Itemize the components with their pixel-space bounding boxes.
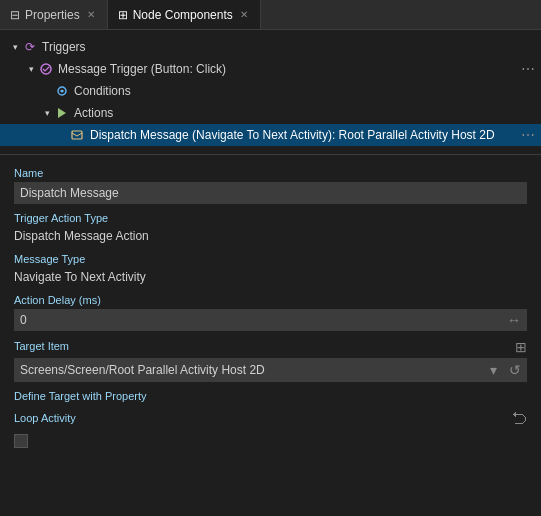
svg-rect-3 xyxy=(72,131,82,139)
message-trigger-icon xyxy=(38,61,54,77)
loop-activity-checkbox[interactable] xyxy=(14,434,28,448)
tab-bar: ⊟ Properties ✕ ⊞ Node Components ✕ xyxy=(0,0,541,30)
prop-action-delay-input[interactable] xyxy=(14,309,501,331)
divider xyxy=(0,154,541,155)
prop-message-type-group: Message Type Navigate To Next Activity xyxy=(14,253,527,286)
triggers-icon: ⟳ xyxy=(22,39,38,55)
node-components-tab-icon: ⊞ xyxy=(118,8,128,22)
action-delay-reset-icon[interactable]: ↔ xyxy=(501,312,527,328)
prop-loop-activity-label: Loop Activity xyxy=(14,412,76,424)
message-trigger-chevron: ▾ xyxy=(24,62,38,76)
message-trigger-label: Message Trigger (Button: Click) xyxy=(58,62,521,76)
prop-name-input[interactable] xyxy=(14,182,527,204)
target-item-value: Screens/Screen/Root Parallel Activity Ho… xyxy=(14,359,484,381)
tab-node-components[interactable]: ⊞ Node Components ✕ xyxy=(108,0,261,29)
conditions-icon xyxy=(54,83,70,99)
prop-message-type-value: Navigate To Next Activity xyxy=(14,268,527,286)
loop-activity-checkbox-row: Activity Loop xyxy=(14,434,527,448)
prop-target-item-label: Target Item xyxy=(14,340,69,352)
prop-define-target-label: Define Target with Property xyxy=(14,390,527,402)
tree-section: ▾ ⟳ Triggers ▾ Message Trigger (Button: … xyxy=(0,30,541,152)
prop-name-label: Name xyxy=(14,167,527,179)
dispatch-menu[interactable]: ⋯ xyxy=(521,127,535,143)
properties-tab-icon: ⊟ xyxy=(10,8,20,22)
prop-target-item-group: Target Item ⊞ Screens/Screen/Root Parall… xyxy=(14,339,527,382)
conditions-chevron: ▸ xyxy=(40,84,54,98)
prop-trigger-action-type-value: Dispatch Message Action xyxy=(14,227,527,245)
conditions-label: Conditions xyxy=(74,84,541,98)
actions-chevron: ▾ xyxy=(40,106,54,120)
actions-label: Actions xyxy=(74,106,541,120)
dispatch-icon xyxy=(70,127,86,143)
prop-name-group: Name xyxy=(14,167,527,204)
node-components-tab-close[interactable]: ✕ xyxy=(238,8,250,21)
prop-trigger-action-type-group: Trigger Action Type Dispatch Message Act… xyxy=(14,212,527,245)
message-trigger-row[interactable]: ▾ Message Trigger (Button: Click) ⋯ xyxy=(0,58,541,80)
dispatch-message-row[interactable]: ▸ Dispatch Message (Navigate To Next Act… xyxy=(0,124,541,146)
prop-action-delay-group: Action Delay (ms) ↔ xyxy=(14,294,527,331)
properties-tab-label: Properties xyxy=(25,8,80,22)
prop-loop-activity-group: Loop Activity ⮌ Activity Loop xyxy=(14,410,527,448)
tab-properties[interactable]: ⊟ Properties ✕ xyxy=(0,0,108,29)
main-content: ▾ ⟳ Triggers ▾ Message Trigger (Button: … xyxy=(0,30,541,516)
svg-marker-2 xyxy=(58,108,66,118)
dispatch-label: Dispatch Message (Navigate To Next Activ… xyxy=(90,128,521,142)
prop-action-delay-label: Action Delay (ms) xyxy=(14,294,527,306)
prop-trigger-action-type-label: Trigger Action Type xyxy=(14,212,527,224)
actions-icon xyxy=(54,105,70,121)
prop-message-type-label: Message Type xyxy=(14,253,527,265)
prop-action-delay-row: ↔ xyxy=(14,309,527,331)
triggers-row[interactable]: ▾ ⟳ Triggers xyxy=(0,36,541,58)
triggers-chevron: ▾ xyxy=(8,40,22,54)
loop-activity-icon[interactable]: ⮌ xyxy=(511,410,527,428)
svg-point-0 xyxy=(41,64,51,74)
target-item-row: Screens/Screen/Root Parallel Activity Ho… xyxy=(14,358,527,382)
actions-row[interactable]: ▾ Actions xyxy=(0,102,541,124)
properties-panel: Name Trigger Action Type Dispatch Messag… xyxy=(0,157,541,516)
dispatch-chevron: ▸ xyxy=(56,128,70,142)
target-item-grid-icon[interactable]: ⊞ xyxy=(515,339,527,355)
target-refresh-icon[interactable]: ↺ xyxy=(503,358,527,382)
triggers-label: Triggers xyxy=(42,40,541,54)
conditions-row[interactable]: ▸ Conditions xyxy=(0,80,541,102)
prop-define-target-group: Define Target with Property xyxy=(14,390,527,402)
node-components-tab-label: Node Components xyxy=(133,8,233,22)
target-dropdown-icon[interactable]: ▾ xyxy=(484,358,503,382)
message-trigger-menu[interactable]: ⋯ xyxy=(521,61,535,77)
properties-tab-close[interactable]: ✕ xyxy=(85,8,97,21)
